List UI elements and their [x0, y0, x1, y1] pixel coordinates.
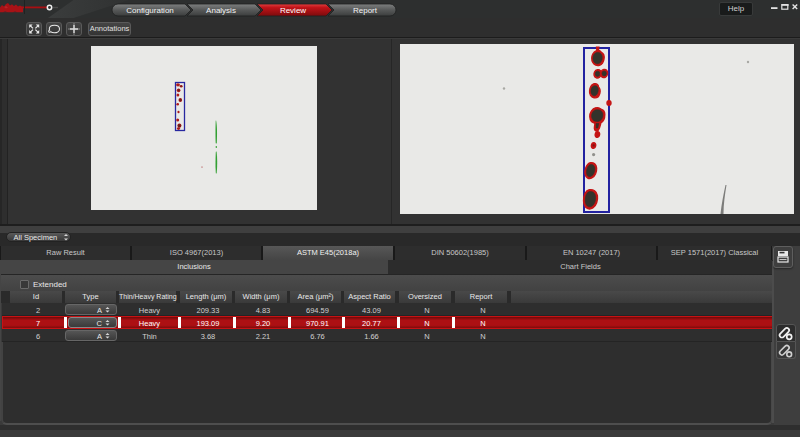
svg-text:Report: Report — [353, 6, 378, 15]
svg-text:Analysis: Analysis — [206, 6, 236, 15]
svg-text:Configuration: Configuration — [126, 6, 174, 15]
svg-text:Review: Review — [280, 6, 306, 15]
